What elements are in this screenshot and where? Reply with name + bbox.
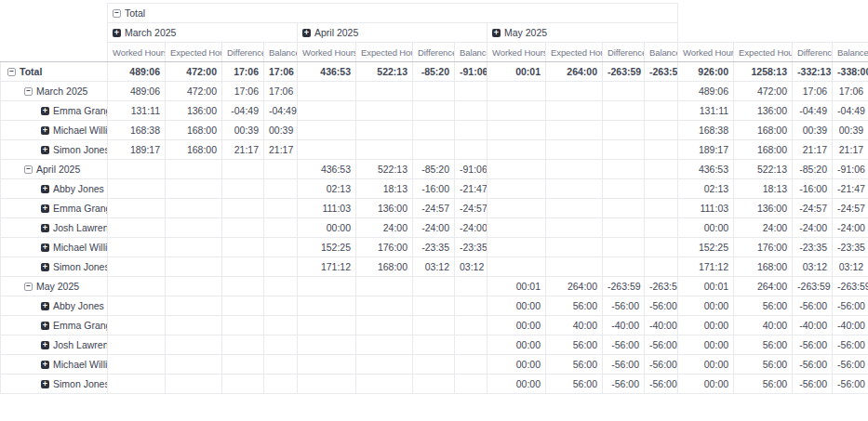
- measure-header-expected-hours[interactable]: Expected Hours: [356, 43, 413, 62]
- pivot-cell: 168:00: [166, 140, 222, 160]
- pivot-cell: 189:17: [678, 140, 734, 160]
- pivot-cell: 926:00: [678, 62, 734, 82]
- col-header-label: Total: [125, 7, 145, 19]
- expand-icon[interactable]: +: [302, 29, 311, 37]
- row-header-emma-granger[interactable]: +Emma Granger: [1, 199, 108, 218]
- expand-icon[interactable]: +: [113, 29, 121, 37]
- row-header-michael-williams[interactable]: +Michael Williams: [1, 238, 108, 257]
- pivot-cell: 17:06: [264, 62, 298, 82]
- col-header-may-2025[interactable]: +May 2025: [487, 23, 678, 43]
- pivot-cell: -16:00: [793, 179, 833, 199]
- measure-header-expected-hours[interactable]: Expected Hours: [734, 43, 793, 62]
- pivot-cell: [264, 160, 298, 179]
- row-header-may-2025[interactable]: −May 2025: [1, 277, 108, 296]
- row-header-simon-jones[interactable]: +Simon Jones: [1, 140, 108, 160]
- pivot-cell: [108, 355, 166, 375]
- measure-header-balance[interactable]: Balance: [455, 43, 487, 62]
- expand-icon[interactable]: +: [41, 322, 49, 330]
- pivot-cell: -16:00: [413, 179, 455, 199]
- measure-header-worked-hours[interactable]: Worked Hours: [487, 43, 546, 62]
- row-header-march-2025[interactable]: −March 2025: [1, 82, 108, 101]
- col-header-march-2025[interactable]: +March 2025: [108, 23, 298, 43]
- row-header-simon-jones[interactable]: +Simon Jones: [1, 257, 108, 277]
- expand-icon[interactable]: +: [41, 243, 49, 252]
- pivot-cell: 189:17: [108, 140, 166, 160]
- pivot-cell: [108, 218, 166, 238]
- pivot-corner: [1, 4, 108, 62]
- measure-header-balance[interactable]: Balance: [833, 43, 868, 62]
- pivot-cell: [603, 121, 645, 140]
- pivot-cell: 489:06: [108, 62, 166, 82]
- measure-header-worked-hours[interactable]: Worked Hours: [678, 43, 734, 62]
- pivot-cell: [546, 140, 603, 160]
- pivot-cell: [645, 257, 678, 277]
- measure-header-difference[interactable]: Difference: [222, 43, 264, 62]
- pivot-cell: 136:00: [734, 101, 793, 121]
- pivot-cell: 56:00: [734, 335, 793, 355]
- measure-header-balance[interactable]: Balance: [645, 43, 678, 62]
- pivot-cell: 21:17: [793, 140, 833, 160]
- expand-icon[interactable]: +: [41, 341, 49, 349]
- measure-header-worked-hours[interactable]: Worked Hours: [298, 43, 356, 62]
- pivot-cell: 136:00: [356, 199, 413, 218]
- row-header-abby-jones[interactable]: +Abby Jones: [1, 179, 108, 199]
- row-header-abby-jones[interactable]: +Abby Jones: [1, 296, 108, 316]
- expand-icon[interactable]: +: [41, 126, 49, 135]
- pivot-cell: 21:17: [264, 140, 298, 160]
- measure-header-expected-hours[interactable]: Expected Hours: [166, 43, 222, 62]
- row-header-josh-lawrence[interactable]: +Josh Lawrence: [1, 335, 108, 355]
- row-header-michael-williams[interactable]: +Michael Williams: [1, 121, 108, 140]
- pivot-cell: [487, 160, 546, 179]
- measure-header-difference[interactable]: Difference: [413, 43, 455, 62]
- collapse-icon[interactable]: −: [24, 165, 33, 174]
- col-header-total[interactable]: −Total: [108, 4, 678, 23]
- pivot-cell: [166, 316, 222, 335]
- collapse-icon[interactable]: −: [7, 68, 16, 76]
- pivot-cell: 171:12: [298, 257, 356, 277]
- pivot-cell: [166, 375, 222, 394]
- pivot-cell: [645, 101, 678, 121]
- pivot-cell: [356, 121, 413, 140]
- row-header-emma-granger[interactable]: +Emma Granger: [1, 101, 108, 121]
- row-header-april-2025[interactable]: −April 2025: [1, 160, 108, 179]
- expand-icon[interactable]: +: [41, 224, 49, 232]
- collapse-icon[interactable]: −: [24, 87, 33, 96]
- pivot-cell: [546, 238, 603, 257]
- expand-icon[interactable]: +: [41, 146, 49, 154]
- row-label: March 2025: [36, 86, 87, 97]
- pivot-cell: [603, 199, 645, 218]
- pivot-cell: 56:00: [546, 375, 603, 394]
- row-label: April 2025: [36, 164, 80, 175]
- expand-icon[interactable]: +: [41, 302, 49, 310]
- measure-header-difference[interactable]: Difference: [603, 43, 645, 62]
- col-header-april-2025[interactable]: +April 2025: [298, 23, 487, 43]
- expand-icon[interactable]: +: [41, 204, 49, 213]
- measure-header-difference[interactable]: Difference: [793, 43, 833, 62]
- pivot-cell: [603, 140, 645, 160]
- row-header-michael-williams[interactable]: +Michael Williams: [1, 355, 108, 375]
- collapse-icon[interactable]: −: [24, 283, 33, 291]
- pivot-cell: [298, 121, 356, 140]
- expand-icon[interactable]: +: [41, 107, 49, 115]
- pivot-cell: [298, 296, 356, 316]
- pivot-cell: 00:00: [678, 218, 734, 238]
- pivot-cell: -24:00: [833, 218, 868, 238]
- row-header-josh-lawrence[interactable]: +Josh Lawrence: [1, 218, 108, 238]
- expand-icon[interactable]: +: [492, 29, 501, 37]
- table-row: −April 2025436:53522:13-85:20-91:06436:5…: [1, 160, 868, 179]
- pivot-cell: [222, 277, 264, 296]
- collapse-icon[interactable]: −: [113, 9, 121, 18]
- expand-icon[interactable]: +: [41, 361, 49, 369]
- pivot-cell: -24:00: [455, 218, 487, 238]
- expand-icon[interactable]: +: [41, 185, 49, 193]
- expand-icon[interactable]: +: [41, 380, 49, 388]
- expand-icon[interactable]: +: [41, 263, 49, 271]
- row-header-emma-granger[interactable]: +Emma Granger: [1, 316, 108, 335]
- row-header-simon-jones[interactable]: +Simon Jones: [1, 375, 108, 394]
- pivot-cell: [487, 199, 546, 218]
- header-row-total: −Total: [1, 4, 868, 23]
- row-header-total[interactable]: −Total: [1, 62, 108, 82]
- measure-header-expected-hours[interactable]: Expected Hours: [546, 43, 603, 62]
- measure-header-balance[interactable]: Balance: [264, 43, 298, 62]
- measure-header-worked-hours[interactable]: Worked Hours: [108, 43, 166, 62]
